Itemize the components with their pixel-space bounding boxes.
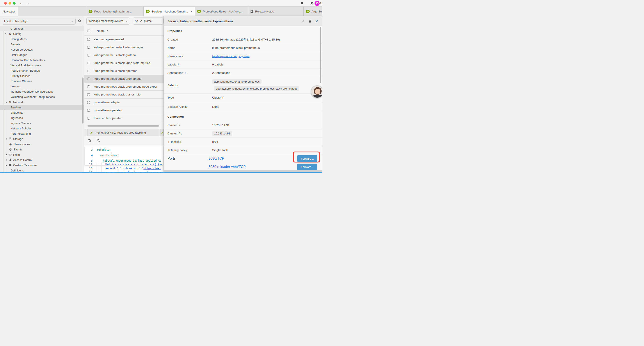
code-text: metadata: bbox=[93, 148, 111, 151]
sidebar-item-validating-webhook-configurations[interactable]: Validating Webhook Configurations bbox=[0, 94, 84, 99]
editor-tab-partial[interactable] bbox=[160, 129, 164, 136]
table-row[interactable]: kube-prometheus-stack-kube-state-metrics bbox=[84, 59, 164, 67]
sort-toggle-icon[interactable]: ⇅ bbox=[178, 63, 180, 66]
tab-argo-se[interactable]: ☸Argo Se bbox=[304, 6, 322, 16]
sidebar-item-pod-disruption-budgets[interactable]: Pod Disruption Budgets bbox=[0, 68, 84, 73]
table-row[interactable]: kube-prometheus-stack-prometheus-node-ex… bbox=[84, 83, 164, 91]
row-checkbox[interactable] bbox=[87, 62, 90, 64]
delete-trash-icon[interactable] bbox=[308, 19, 312, 23]
chevron-down-icon[interactable] bbox=[5, 164, 8, 166]
upgrade-icon[interactable] bbox=[310, 1, 314, 5]
yaml-editor[interactable]: 110","for":"1m","labels":{"service":" 3m… bbox=[84, 145, 164, 173]
table-row[interactable]: thanos-ruler-operated bbox=[84, 114, 164, 122]
forward-button[interactable]: Forward... bbox=[297, 164, 318, 170]
name-column-header[interactable]: Name bbox=[97, 29, 104, 32]
sidebar-scrollbar[interactable] bbox=[82, 77, 84, 123]
bell-icon[interactable] bbox=[300, 1, 304, 5]
tab-release-notes[interactable]: Release Notes bbox=[248, 6, 304, 16]
row-checkbox[interactable] bbox=[87, 70, 90, 72]
sidebar-item-limit-ranges[interactable]: Limit Ranges bbox=[0, 52, 84, 57]
sidebar-item-port-forwarding[interactable]: Port Forwarding bbox=[0, 131, 84, 136]
close-icon[interactable]: ✕ bbox=[315, 19, 318, 24]
regex-toggle[interactable]: .* bbox=[140, 19, 142, 22]
row-checkbox[interactable] bbox=[87, 38, 90, 41]
select-all-checkbox[interactable] bbox=[87, 29, 90, 32]
row-checkbox[interactable] bbox=[87, 85, 90, 88]
notification-count-badge[interactable]: 15 bbox=[314, 1, 320, 6]
row-checkbox[interactable] bbox=[87, 109, 90, 112]
table-row[interactable]: prometheus-operated bbox=[84, 106, 164, 114]
editor-search-icon[interactable] bbox=[97, 139, 100, 142]
port-link[interactable]: 9090/TCP bbox=[208, 157, 224, 160]
chevron-right-icon[interactable] bbox=[5, 159, 8, 161]
sidebar-item-access-control[interactable]: Access Control bbox=[0, 157, 84, 162]
chevron-right-icon[interactable] bbox=[5, 153, 8, 156]
sidebar-item-endpoints[interactable]: Endpoints bbox=[0, 110, 84, 115]
sidebar-item-cron-jobs[interactable]: Cron Jobs bbox=[0, 26, 84, 31]
table-row[interactable]: kube-prometheus-stack-grafana bbox=[84, 51, 164, 59]
name-search-input[interactable]: Aa .* prome bbox=[132, 17, 164, 24]
table-row[interactable]: kube-prometheus-stack-thanos-ruler bbox=[84, 91, 164, 98]
editor-tab-prometheusrule[interactable]: PrometheusRule: freeleaps-prod-rabbitmq bbox=[87, 129, 159, 136]
sidebar-item-secrets[interactable]: Secrets bbox=[0, 42, 84, 47]
sidebar-item-helm[interactable]: Helm bbox=[0, 152, 84, 157]
sidebar-item-namespaces[interactable]: ◈Namespaces bbox=[0, 141, 84, 147]
horizontal-scrollbar[interactable] bbox=[88, 125, 159, 127]
line-number: 13 bbox=[84, 167, 92, 170]
tab-services-icecheng-math[interactable]: ☸Services - icecheng@math...× bbox=[144, 6, 195, 16]
minimize-traffic-light[interactable] bbox=[8, 2, 11, 4]
row-checkbox[interactable] bbox=[87, 101, 90, 104]
row-checkbox[interactable] bbox=[87, 46, 90, 49]
table-row[interactable]: alertmanager-operated bbox=[84, 35, 164, 43]
sidebar-item-network-policies[interactable]: Network Policies bbox=[0, 126, 84, 131]
port-link[interactable]: 8080:reloader-web/TCP bbox=[208, 165, 246, 169]
sidebar-item-ingress-classes[interactable]: Ingress Classes bbox=[0, 120, 84, 126]
sort-ascending-icon[interactable] bbox=[106, 30, 109, 32]
sidebar-item-priority-classes[interactable]: Priority Classes bbox=[0, 73, 84, 78]
sidebar-search-icon[interactable] bbox=[78, 19, 82, 23]
sidebar-item-resource-quotas[interactable]: Resource Quotas bbox=[0, 47, 84, 52]
avatar[interactable] bbox=[311, 85, 322, 98]
tab-prometheus-rules-icecheng[interactable]: ☸Prometheus Rules - icecheng... bbox=[195, 6, 248, 16]
sidebar-item-custom-resources[interactable]: Custom Resources bbox=[0, 162, 84, 168]
close-traffic-light[interactable] bbox=[4, 2, 7, 4]
namespace-filter-select[interactable]: freeleaps-monitoring-system ⌄ bbox=[86, 17, 130, 24]
chevron-down-icon[interactable] bbox=[5, 33, 8, 35]
chevron-right-icon[interactable] bbox=[5, 138, 8, 140]
sidebar-item-vertical-pod-autoscalers[interactable]: Vertical Pod Autoscalers bbox=[0, 63, 84, 68]
row-checkbox[interactable] bbox=[87, 93, 90, 96]
namespace-link[interactable]: freeleaps-monitoring-system bbox=[212, 54, 250, 58]
kubeconfig-select[interactable]: Local Kubeconfigs ⌄ bbox=[2, 18, 76, 24]
sidebar-item-leases[interactable]: Leases bbox=[0, 84, 84, 89]
row-checkbox[interactable] bbox=[87, 77, 90, 80]
match-case-toggle[interactable]: Aa bbox=[135, 19, 138, 22]
row-checkbox[interactable] bbox=[87, 54, 90, 56]
sidebar-item-services[interactable]: Services bbox=[0, 105, 84, 110]
save-icon[interactable] bbox=[88, 139, 91, 143]
sidebar-item-ingresses[interactable]: Ingresses bbox=[0, 115, 84, 120]
navigator-panel-tab[interactable]: Navigator bbox=[0, 6, 18, 16]
row-label: IP family policy bbox=[168, 148, 187, 152]
sidebar-item-horizontal-pod-autoscalers[interactable]: Horizontal Pod Autoscalers bbox=[0, 57, 84, 63]
table-row[interactable]: prometheus-adapter bbox=[84, 98, 164, 106]
tab-pods-icecheng-mathmas[interactable]: ☸Pods - icecheng@mathmas... bbox=[86, 6, 144, 16]
sidebar-item-config[interactable]: ⚙Config bbox=[0, 31, 84, 36]
sidebar-item-network[interactable]: ⇅Network bbox=[0, 99, 84, 105]
table-row[interactable]: kube-prometheus-stack-operator bbox=[84, 67, 164, 75]
table-row[interactable]: kube-prometheus-stack-alertmanager bbox=[84, 43, 164, 51]
tab-close-icon[interactable]: × bbox=[190, 10, 192, 13]
row-checkbox[interactable] bbox=[87, 117, 90, 120]
sidebar-item-runtime-classes[interactable]: Runtime Classes bbox=[0, 78, 84, 84]
table-row[interactable]: kube-prometheus-stack-prometheus bbox=[84, 75, 164, 83]
sidebar-item-mutating-webhook-configurations[interactable]: Mutating Webhook Configurations bbox=[0, 89, 84, 94]
drawer-scrollbar[interactable] bbox=[320, 27, 321, 83]
edit-pencil-icon[interactable] bbox=[301, 19, 305, 23]
zoom-traffic-light[interactable] bbox=[13, 2, 16, 4]
sort-toggle-icon[interactable]: ⇅ bbox=[184, 71, 186, 74]
chevron-down-icon[interactable] bbox=[5, 101, 8, 103]
sidebar-item-events[interactable]: Events bbox=[0, 147, 84, 152]
sidebar-item-config-maps[interactable]: Config Maps bbox=[0, 36, 84, 42]
sidebar-item-storage[interactable]: Storage bbox=[0, 136, 84, 141]
forward-arrow-icon[interactable]: → bbox=[26, 0, 30, 6]
back-arrow-icon[interactable]: ← bbox=[20, 0, 23, 6]
